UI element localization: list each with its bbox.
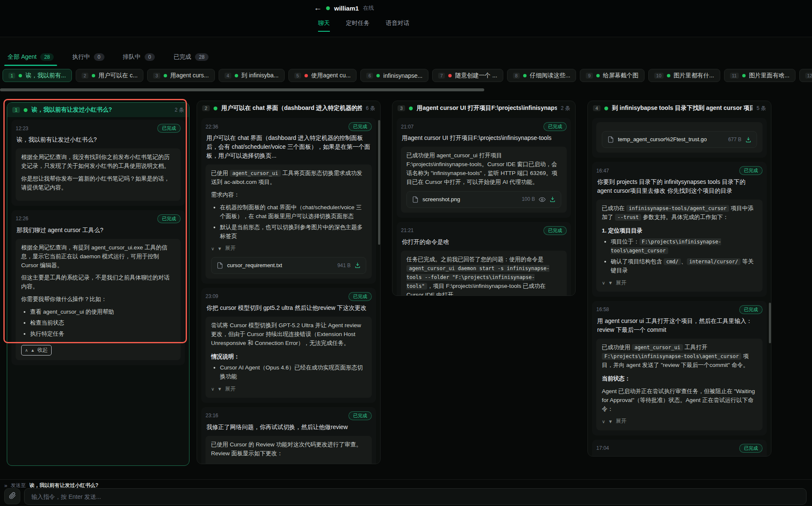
attachment-row[interactable]: cursor_requirement.txt941 B (211, 257, 366, 274)
triangle-down-icon: ▼ (608, 279, 613, 287)
agent-card-4[interactable]: 4到 infinisybapse tools 目录下找到 agent curso… (587, 101, 771, 457)
status-dot-red-icon (448, 74, 452, 77)
chip-number: 6 (366, 73, 373, 79)
filter-全部 Agent[interactable]: 全部 Agent28 (8, 53, 54, 66)
filter-label: 全部 Agent (8, 53, 36, 61)
message-group: 23:09已完成你把 cursor 模型切到 gpt5.2 ultra 然后让他… (201, 288, 376, 403)
message-meta: 12:26已完成 (16, 214, 181, 223)
expand-label: 展开 (616, 279, 626, 287)
chip-number: 2 (82, 73, 88, 79)
chevron-up-icon: ∧ (25, 347, 28, 354)
status-dot-green-icon (409, 107, 413, 110)
reply-paragraph: 已成功使用 agent_cursor_ui 打开项目 F:\projects\i… (406, 151, 561, 187)
online-dot-icon (326, 6, 330, 10)
tab-聊天[interactable]: 聊天 (318, 19, 330, 32)
agent-chip-3[interactable]: 3用agent curs... (147, 69, 214, 82)
status-badge: 已完成 (739, 166, 763, 175)
chevron-down-icon: ∨ (211, 386, 214, 393)
attachment-name: screenshot.png (422, 195, 518, 204)
download-icon[interactable] (745, 137, 752, 143)
agent-reply: 已成功在 infinisynapse-tools/agent_cursor 项目… (596, 200, 763, 292)
column4-scrollbar[interactable] (769, 303, 771, 343)
message-meta: 21:07已完成 (401, 122, 567, 131)
message-count: 5 条 (757, 105, 766, 112)
status-dot-green-icon (742, 74, 746, 77)
status-badge: 已完成 (348, 122, 372, 131)
card-header: 2用户可以在 chat 界面（dashboard 进入特定机器的控制面板后，..… (197, 101, 380, 115)
chip-number: 7 (438, 73, 445, 79)
filter-count-badge: 0 (145, 53, 155, 61)
inline-code: agent_cursor_ui (632, 344, 683, 351)
agent-reply: temp_agent_cursor%2Ftest_trust.go677 B (596, 122, 763, 153)
double-chevron-icon[interactable]: » (4, 482, 7, 489)
tab-语音对话[interactable]: 语音对话 (386, 19, 409, 32)
attachment-row[interactable]: temp_agent_cursor%2Ftest_trust.go677 B (602, 131, 757, 148)
expand-toggle[interactable]: ∨▼展开 (211, 244, 366, 252)
agent-chip-8[interactable]: 8仔细阅读这些... (507, 69, 576, 82)
agent-reply: 已成功使用 agent_cursor_ui 工具打开 F:\projects\i… (596, 339, 763, 430)
agent-card-3[interactable]: 3用agent cursor UI 打开项目F:\projects\infini… (392, 101, 576, 296)
expand-toggle[interactable]: ∨▼展开 (602, 417, 757, 425)
agent-chip-6[interactable]: 6infinisynapse... (360, 69, 428, 82)
status-dot-green-icon (604, 107, 608, 110)
agent-reply: 任务已完成。之前我已回答了您的问题：使用的命令是 agent_cursor_ui… (401, 251, 567, 296)
chip-title: infinisynapse... (383, 72, 422, 79)
chip-title: 诶，我以前有... (25, 72, 66, 79)
nav-tabs: 聊天定时任务语音对话 (318, 19, 409, 32)
agent-card-2[interactable]: 2用户可以在 chat 界面（dashboard 进入特定机器的控制面板后，..… (197, 101, 381, 464)
attach-button[interactable] (4, 488, 20, 504)
back-icon[interactable]: ← (314, 3, 322, 13)
message-group: 12:23已完成诶，我以前有让发过小红书么?根据全局记忆查询，我没有找到你之前发… (11, 120, 185, 206)
message-count: 6 条 (366, 105, 375, 112)
user-message: 那我们聊过 agent cursor 工具么? (16, 226, 180, 235)
reply-paragraph: 需求内容： (211, 191, 366, 200)
card-header: 4到 infinisybapse tools 目录下找到 agent curso… (588, 101, 771, 115)
agent-chip-5[interactable]: 5使用agent cu... (288, 69, 357, 82)
chevron-down-icon: ∨ (602, 279, 605, 287)
attachment-size: 677 B (728, 136, 741, 144)
user-message: 用户可以在 chat 界面（dashboard 进入特定机器的控制面板后，会有 … (206, 134, 371, 160)
chips-horizontal-scrollbar[interactable] (0, 88, 484, 91)
agent-chip-1[interactable]: 1诶，我以前有... (3, 69, 72, 82)
expand-toggle[interactable]: ∨▼展开 (211, 385, 366, 393)
inline-code: cmd/ (664, 258, 681, 265)
message-time: 16:58 (596, 306, 609, 312)
agent-chip-9[interactable]: 9给屏幕截个图 (580, 69, 644, 82)
card-title: 用户可以在 chat 界面（dashboard 进入特定机器的控制面板后，... (221, 104, 362, 112)
agent-chip-4[interactable]: 4到 infinisyba... (219, 69, 285, 82)
card-number: 4 (593, 105, 601, 111)
attachment-row[interactable]: screenshot.png100 B (406, 191, 561, 208)
eye-icon[interactable] (539, 196, 546, 203)
command-input[interactable] (24, 488, 807, 505)
attachment-name: temp_agent_cursor%2Ftest_trust.go (618, 135, 724, 144)
status-badge: 已完成 (157, 214, 181, 223)
download-icon[interactable] (549, 196, 556, 202)
filter-count-badge: 28 (40, 53, 53, 61)
card-title: 用agent cursor UI 打开项目F:\projects\infinis… (417, 104, 557, 112)
user-message: 你把 cursor 模型切到 gpt5.2 ultra 然后让他review 下… (206, 304, 371, 312)
agent-chip-12[interactable]: 12图片里有几个... (799, 69, 812, 82)
agent-chip-10[interactable]: 10图片里都有什... (648, 69, 720, 82)
download-icon[interactable] (354, 262, 361, 268)
collapse-toggle[interactable]: ∧▲收起 (21, 345, 52, 356)
agent-chip-11[interactable]: 11图片里面有啥... (724, 69, 796, 82)
card-title: 到 infinisybapse tools 目录下找到 agent cursor… (612, 104, 753, 112)
status-dot-green-icon (24, 108, 27, 112)
agent-chip-7[interactable]: 7随意创建一个 ... (432, 69, 503, 82)
chip-title: 给屏幕截个图 (603, 72, 639, 79)
expand-toggle[interactable]: ∨▼展开 (602, 279, 757, 287)
filter-已完成[interactable]: 已完成28 (173, 53, 208, 66)
expand-label: 展开 (616, 417, 626, 425)
card-body: 12:23已完成诶，我以前有让发过小红书么?根据全局记忆查询，我没有找到你之前发… (7, 117, 189, 374)
reply-bullet-list: 项目位于：F:\projects\infinisynapse-tools\age… (604, 238, 757, 275)
agent-chip-2[interactable]: 2用户可以在 c... (76, 69, 144, 82)
message-time: 21:21 (401, 227, 414, 233)
column2-scrollbar[interactable] (378, 120, 380, 245)
tab-定时任务[interactable]: 定时任务 (346, 19, 370, 32)
filter-排队中[interactable]: 排队中0 (123, 53, 155, 66)
inline-code: F:\projects\infinisynapse-tools\agent_cu… (602, 353, 741, 360)
agent-card-1[interactable]: 1诶，我以前有让发过小红书么?2 条12:23已完成诶，我以前有让发过小红书么?… (7, 102, 189, 466)
filter-count-badge: 28 (195, 53, 208, 61)
filter-执行中[interactable]: 执行中0 (72, 53, 104, 66)
reply-paragraph: 你需要我帮你做什么操作？比如： (21, 295, 175, 304)
